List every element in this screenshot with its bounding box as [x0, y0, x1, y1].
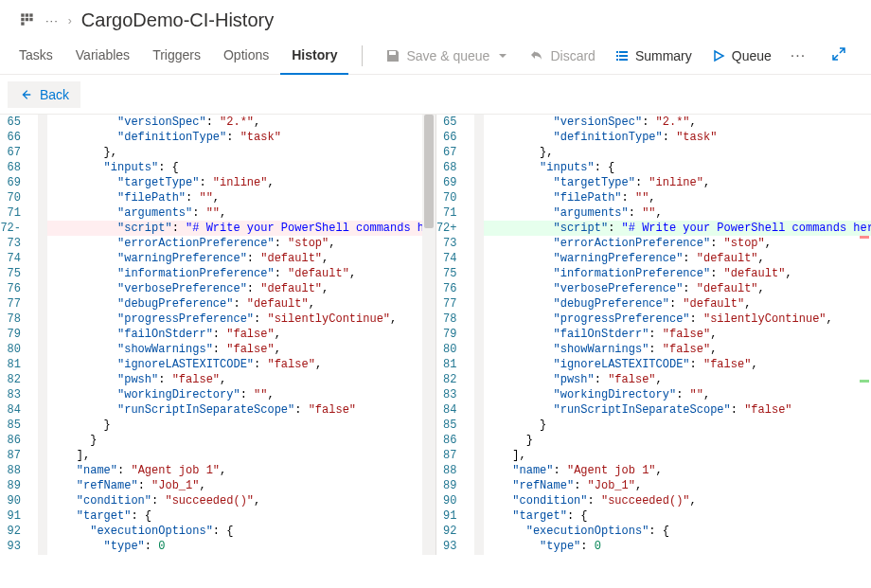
- code-line: "refName": "Job_1",: [484, 478, 872, 493]
- code-line: "showWarnings": "false",: [484, 342, 872, 357]
- code-line: "name": "Agent job 1",: [484, 463, 872, 478]
- tab-variables[interactable]: Variables: [64, 37, 141, 75]
- line-number: 66: [436, 130, 469, 145]
- line-number: 74: [436, 251, 469, 266]
- queue-button[interactable]: Queue: [702, 37, 781, 75]
- code-line: "filePath": "",: [47, 190, 436, 205]
- svg-rect-1: [26, 13, 28, 16]
- line-number: 73: [0, 236, 32, 251]
- code-line: "executionOptions": {: [484, 524, 872, 539]
- line-number: 68: [0, 160, 32, 175]
- save-icon: [385, 48, 400, 63]
- chevron-down-icon: [495, 48, 510, 63]
- line-number: 73: [436, 236, 469, 251]
- code-line: },: [47, 145, 436, 160]
- line-number: 76: [0, 281, 32, 296]
- svg-rect-8: [619, 51, 628, 53]
- line-number: 80: [0, 342, 32, 357]
- line-gutter: 6566676869707172+73747576777879808182838…: [436, 115, 474, 555]
- code-line: "ignoreLASTEXITCODE": "false",: [47, 357, 436, 372]
- code-line: "arguments": "",: [47, 205, 436, 221]
- code-line: "workingDirectory": "",: [484, 387, 872, 402]
- code-line: "filePath": "",: [484, 190, 872, 205]
- line-number: 87: [436, 448, 469, 463]
- back-button[interactable]: Back: [8, 81, 80, 108]
- code-line: "target": {: [484, 508, 872, 524]
- line-number: 75: [0, 266, 32, 281]
- line-number: 83: [436, 387, 469, 402]
- line-number: 79: [0, 327, 32, 342]
- code-left[interactable]: "versionSpec": "2.*", "definitionType": …: [47, 115, 436, 555]
- line-number: 78: [0, 312, 32, 327]
- svg-rect-2: [29, 13, 32, 16]
- code-line: "runScriptInSeparateScope": "false": [47, 402, 436, 418]
- line-number: 72-: [0, 221, 32, 236]
- summary-button[interactable]: Summary: [605, 37, 702, 75]
- code-line: "type": 0: [484, 539, 872, 554]
- code-line: "failOnStderr": "false",: [484, 327, 872, 342]
- code-line: "debugPreference": "default",: [47, 296, 436, 312]
- svg-rect-11: [616, 59, 618, 61]
- line-number: 70: [436, 190, 469, 205]
- svg-rect-0: [21, 13, 24, 16]
- code-line: "refName": "Job_1",: [47, 478, 436, 493]
- line-number: 69: [436, 175, 469, 190]
- svg-rect-9: [616, 55, 618, 57]
- undo-icon: [529, 48, 544, 63]
- line-number: 78: [436, 312, 469, 327]
- line-number: 85: [0, 418, 32, 433]
- code-line: "condition": "succeeded()",: [484, 493, 872, 508]
- code-line: "versionSpec": "2.*",: [47, 115, 436, 130]
- diff-pane-left[interactable]: 6566676869707172-73747576777879808182838…: [0, 115, 436, 555]
- code-right[interactable]: "versionSpec": "2.*", "definitionType": …: [484, 115, 872, 555]
- line-number: 66: [0, 130, 32, 145]
- code-line: }: [47, 418, 436, 433]
- line-number: 65: [436, 115, 469, 130]
- code-line: "script": "# Write your PowerShell comma…: [484, 221, 872, 236]
- code-line: "verbosePreference": "default",: [484, 281, 872, 296]
- line-number: 80: [436, 342, 469, 357]
- diff-pane-right[interactable]: 6566676869707172+73747576777879808182838…: [436, 115, 872, 555]
- code-line: "runScriptInSeparateScope": "false": [484, 402, 872, 418]
- code-line: "executionOptions": {: [47, 524, 436, 539]
- scrollbar-vertical[interactable]: [422, 115, 436, 555]
- line-number: 69: [0, 175, 32, 190]
- code-line: "definitionType": "task": [484, 130, 872, 145]
- code-line: ],: [484, 448, 872, 463]
- discard-button[interactable]: Discard: [520, 37, 604, 75]
- expand-icon: [831, 46, 846, 62]
- code-line: }: [484, 418, 872, 433]
- svg-rect-3: [21, 18, 24, 21]
- line-number: 91: [436, 508, 469, 524]
- code-line: "definitionType": "task": [47, 130, 436, 145]
- code-line: "progressPreference": "silentlyContinue"…: [484, 312, 872, 327]
- line-number: 65: [0, 115, 32, 130]
- overview-ruler[interactable]: [858, 115, 871, 555]
- tab-options[interactable]: Options: [212, 37, 280, 75]
- save-queue-button[interactable]: Save & queue: [376, 37, 520, 75]
- line-number: 82: [0, 372, 32, 387]
- line-number: 71: [436, 205, 469, 221]
- line-number: 67: [436, 145, 469, 160]
- code-line: "errorActionPreference": "stop",: [47, 236, 436, 251]
- tab-history[interactable]: History: [280, 37, 348, 75]
- line-number: 77: [436, 296, 469, 312]
- tab-tasks[interactable]: Tasks: [19, 37, 64, 75]
- code-line: ],: [47, 448, 436, 463]
- more-button[interactable]: ···: [781, 47, 815, 64]
- chevron-right-icon: ›: [68, 14, 72, 27]
- line-number: 90: [0, 493, 32, 508]
- svg-rect-12: [619, 59, 628, 61]
- project-icon[interactable]: [19, 10, 36, 30]
- line-number: 83: [0, 387, 32, 402]
- code-line: "targetType": "inline",: [47, 175, 436, 190]
- divider: [362, 45, 363, 66]
- code-line: "type": 0: [47, 539, 436, 554]
- tab-triggers[interactable]: Triggers: [141, 37, 212, 75]
- fullscreen-button[interactable]: [826, 46, 852, 64]
- gutter-splitter: [38, 115, 47, 555]
- breadcrumb: ··· › CargoDemo-CI-History: [0, 0, 871, 37]
- code-line: "script": "# Write your PowerShell comma…: [47, 221, 436, 236]
- code-line: }: [484, 433, 872, 448]
- breadcrumb-overflow[interactable]: ···: [45, 13, 59, 27]
